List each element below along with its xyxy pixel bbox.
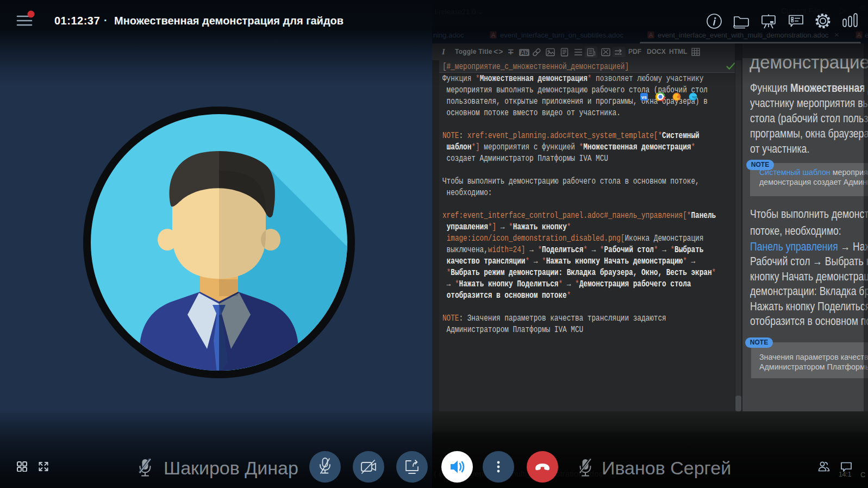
svg-text:A: A: [491, 32, 495, 38]
svg-text:A: A: [857, 32, 861, 38]
svg-text:A: A: [649, 32, 653, 38]
svg-text:vs: vs: [641, 95, 647, 100]
